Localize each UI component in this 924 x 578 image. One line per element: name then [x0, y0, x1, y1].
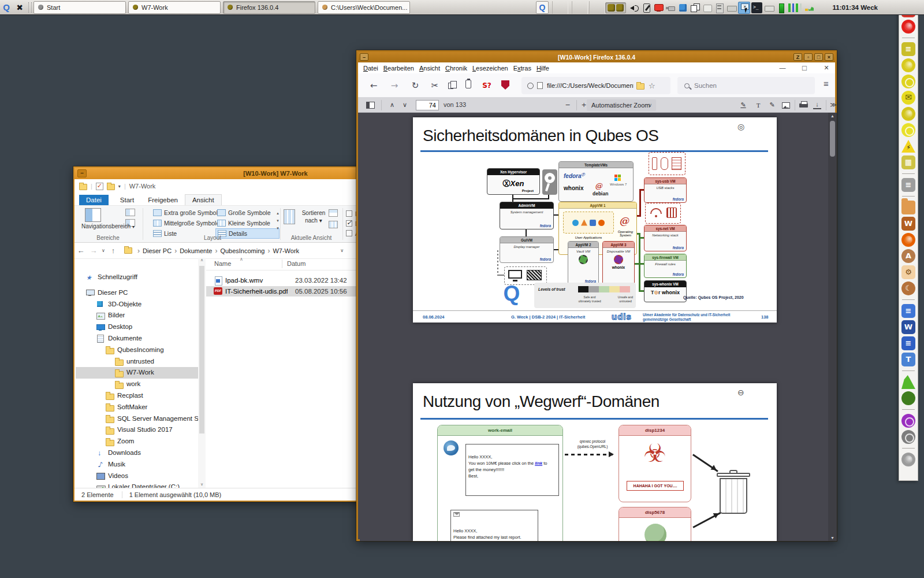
qube-word-orange-icon[interactable]: W — [901, 217, 915, 231]
copy-paste-icon[interactable] — [690, 2, 701, 13]
tree-item[interactable]: QubesIncoming — [76, 344, 198, 356]
reload-icon[interactable]: ↻ — [408, 79, 423, 92]
pdf-scrollbar[interactable]: ▲ ▼ — [828, 113, 837, 541]
drive-icon[interactable] — [726, 2, 737, 13]
scrollbar-thumb[interactable] — [830, 121, 835, 157]
tree-item[interactable]: Recplast — [76, 390, 198, 402]
volume-icon[interactable] — [629, 2, 640, 13]
tree-item[interactable]: untrusted — [76, 356, 198, 368]
next-page-icon[interactable]: ∨ — [398, 100, 411, 110]
navigation-pane-button[interactable]: Navigationsbereich ▾ — [74, 223, 141, 229]
clipboard-extension-icon[interactable] — [465, 80, 471, 88]
layout-option[interactable]: Kleine Symbole — [215, 218, 280, 228]
scrollbar-thumb[interactable] — [199, 266, 204, 433]
breadcrumb-item[interactable]: QubesIncoming — [220, 247, 264, 254]
tab-freigeben[interactable]: Freigeben — [141, 195, 185, 205]
up-icon[interactable]: ↑ — [107, 246, 120, 255]
tree-item[interactable]: Dokumente — [76, 333, 198, 344]
xfce-menu-icon[interactable]: ✖ — [13, 3, 27, 12]
page-number-input[interactable] — [416, 100, 439, 110]
close-icon[interactable]: × — [818, 62, 835, 73]
qube-firefox-orange-icon[interactable] — [901, 233, 915, 247]
separator[interactable] — [902, 173, 915, 174]
tab-ansicht[interactable]: Ansicht — [185, 194, 222, 205]
tree-item[interactable]: Lokaler Datenträger (C:) — [76, 481, 198, 488]
tree-item[interactable]: 3D-Objekte — [76, 299, 198, 310]
previous-page-icon[interactable]: ∧ — [386, 100, 398, 110]
maximize-icon[interactable]: □ — [796, 62, 813, 73]
new-folder-icon[interactable] — [107, 184, 115, 190]
download-icon[interactable]: ↓ — [813, 101, 821, 109]
bookmark-folder-icon[interactable] — [636, 83, 644, 90]
cpu-meter-icon[interactable] — [776, 2, 787, 13]
terminal-icon[interactable] — [751, 2, 762, 13]
recent-locations-icon[interactable]: ∨ — [100, 248, 107, 253]
separator[interactable] — [902, 299, 915, 300]
bookmark-star-icon[interactable]: ☆ — [649, 81, 655, 90]
screenshot-tool-icon[interactable] — [738, 2, 750, 14]
qube-files-yellow-icon[interactable]: ≡ — [901, 42, 915, 56]
search-launcher-icon[interactable]: Q — [536, 1, 549, 14]
menu-item[interactable]: Lesezeichen — [472, 65, 508, 72]
tree-item[interactable]: Downloads — [76, 447, 198, 459]
navigation-pane-icon[interactable] — [85, 208, 101, 222]
tree-item[interactable]: Dieser PC — [76, 287, 198, 299]
menu-item[interactable]: Bearbeiten — [383, 65, 414, 72]
properties-check-icon[interactable] — [96, 183, 103, 190]
disk-icon[interactable] — [702, 2, 713, 13]
add-image-icon[interactable] — [782, 102, 790, 109]
qubes-logo-icon[interactable]: Q — [0, 2, 13, 12]
drive-icon-2[interactable] — [763, 2, 774, 13]
breadcrumb-item[interactable]: Dieser PC — [143, 247, 172, 254]
url-text[interactable]: file:///C:/Users/Weck/Documents/Qub — [547, 82, 634, 89]
layout-option[interactable]: Mittelgroße Symbole — [151, 218, 215, 228]
minimize-button-2[interactable]: ▫ — [804, 53, 813, 61]
archive-icon[interactable] — [714, 2, 725, 13]
group-by-icon[interactable] — [329, 209, 338, 217]
column-width-icon[interactable] — [329, 221, 338, 228]
tab-start[interactable]: Start — [113, 195, 141, 205]
breadcrumb-item[interactable]: W7-Work — [273, 247, 299, 254]
minimize-icon[interactable]: — — [774, 62, 791, 73]
qat-dropdown-icon[interactable]: ▾ — [118, 184, 121, 189]
column-date[interactable]: Datum — [287, 260, 305, 267]
clipboard-icon[interactable] — [641, 2, 652, 13]
firefox-titlebar[interactable]: – [W10-Work] Firefox 136.0.4 Z ▫ □ × — [358, 52, 835, 62]
permissions-icon[interactable] — [527, 83, 534, 89]
qube-settings-orange-icon[interactable]: ⚙ — [901, 265, 915, 279]
tree-item[interactable]: SQL Server Management Studio — [76, 413, 198, 425]
scroll-up-icon[interactable]: ▲ — [828, 114, 837, 118]
column-name[interactable]: Name — [214, 260, 231, 267]
taskbar-window-button[interactable]: W7-Work — [128, 1, 221, 14]
qube-map-yellow-icon[interactable]: ▦ — [901, 155, 915, 169]
scroll-down-icon[interactable]: ▼ — [828, 536, 837, 540]
qube-writer-blue-icon[interactable]: ≡ — [901, 336, 915, 350]
preview-pane-icon[interactable] — [125, 209, 135, 216]
tree-item[interactable]: Desktop — [76, 321, 198, 333]
tor-purple-icon[interactable] — [901, 414, 915, 428]
toolbar-overflow-icon[interactable]: ≫ — [827, 100, 840, 110]
folder-icon[interactable] — [79, 184, 87, 190]
wireshark-green-icon[interactable] — [901, 375, 915, 389]
firefox-gray-icon[interactable] — [901, 453, 915, 466]
net-monitor-icon[interactable] — [788, 2, 803, 13]
onion-gray-icon[interactable] — [901, 430, 915, 444]
tree-scrollbar[interactable]: ∧∨ — [198, 258, 206, 488]
forward-icon[interactable]: → — [87, 246, 100, 255]
print-icon[interactable] — [799, 101, 808, 109]
qube-word-blue-icon[interactable]: W — [901, 320, 915, 334]
ublock-shield-icon[interactable] — [501, 80, 509, 90]
taskbar-window-button[interactable]: Start — [33, 1, 126, 14]
qube-chat-yellow-icon[interactable] — [901, 123, 915, 137]
maximize-button[interactable]: □ — [814, 53, 823, 61]
shade-button[interactable]: Z — [793, 53, 802, 61]
menu-item[interactable]: Datei — [363, 65, 378, 72]
minimize-button[interactable]: – — [77, 169, 87, 177]
tree-item[interactable]: work — [76, 379, 198, 390]
display-red-icon[interactable] — [653, 2, 664, 13]
taskbar-window-button[interactable]: Firefox 136.0.4 — [223, 1, 315, 14]
sort-by-button[interactable]: Sortierennach ▾ — [297, 209, 330, 224]
tree-item[interactable]: Videos — [76, 470, 198, 482]
separator[interactable] — [902, 448, 915, 449]
tree-item[interactable]: Musik — [76, 459, 198, 470]
